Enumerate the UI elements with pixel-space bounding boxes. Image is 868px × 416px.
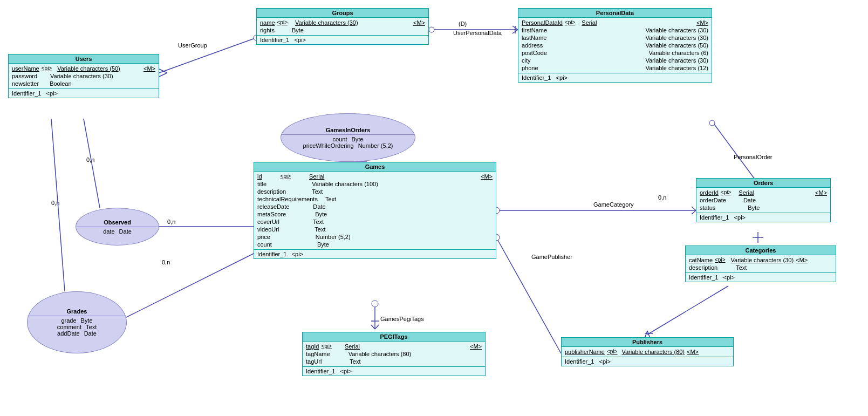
entity-publishers-body: publisherName <pi> Variable characters (… <box>562 347 733 357</box>
entity-grades-row-1: comment Text <box>57 324 97 330</box>
svg-line-6 <box>512 30 518 33</box>
svg-line-15 <box>692 207 696 210</box>
entity-groups-row-0: name <pi> Variable characters (30) <M> <box>260 19 425 26</box>
entity-games-row-4: releaseDate Date <box>257 203 493 210</box>
entity-games-row-9: count Byte <box>257 241 493 248</box>
entity-personaldata-row-2: lastName Variable characters (30) <box>522 34 708 42</box>
entity-publishers-row-0: publisherName <pi> Variable characters (… <box>565 348 730 356</box>
entity-orders: Orders orderId <pi> Serial <M> orderDate… <box>696 178 831 222</box>
svg-line-27 <box>124 254 254 318</box>
entity-users-row-0: userName <pi> Variable characters (50) <… <box>12 65 155 72</box>
svg-point-20 <box>372 301 378 307</box>
entity-users-row-2: newsletter Boolean <box>12 80 155 87</box>
entity-games-row-6: coverUrl Text <box>257 218 493 226</box>
svg-line-16 <box>692 210 696 214</box>
entity-categories-row-0: catName <pi> Variable characters (30) <M… <box>689 256 832 264</box>
entity-games-footer: Identifier_1 <pi> <box>254 249 496 258</box>
label-d: (D) <box>459 21 467 27</box>
label-gamecategory: GameCategory <box>593 201 634 208</box>
entity-personaldata-row-4: postCode Variable characters (6) <box>522 49 708 57</box>
entity-games-row-5: metaScore Byte <box>257 210 493 218</box>
entity-grades-title: Grades <box>28 308 126 316</box>
svg-line-2 <box>159 73 167 77</box>
entity-users-body: userName <pi> Variable characters (50) <… <box>9 64 159 88</box>
entity-categories-row-1: description Text <box>689 264 832 271</box>
entity-personaldata-body: PersonalDataId <pi> Serial <M> firstName… <box>518 18 712 73</box>
svg-line-5 <box>512 26 518 30</box>
svg-point-8 <box>429 27 434 32</box>
label-personalorder: PersonalOrder <box>734 154 773 160</box>
label-0n-grades2: 0,n <box>162 259 170 265</box>
entity-orders-row-1: orderDate Date <box>700 196 827 204</box>
entity-groups-row-1: rights Byte <box>260 26 425 34</box>
entity-observed: Observed date Date <box>76 208 159 245</box>
entity-observed-row-0: date Date <box>103 228 132 235</box>
entity-categories-footer: Identifier_1 <pi> <box>686 272 836 282</box>
entity-orders-row-0: orderId <pi> Serial <M> <box>700 189 827 196</box>
svg-line-21 <box>371 325 375 329</box>
label-gamepublisher: GamePublisher <box>531 254 572 260</box>
entity-games: Games id <pi> Serial <M> title Variable … <box>254 162 496 259</box>
entity-pegitags-title: PEGITags <box>303 332 485 342</box>
entity-personaldata-row-6: phone Variable characters (12) <box>522 64 708 72</box>
entity-users-title: Users <box>9 54 159 64</box>
entity-gamesinorders-row-1: priceWhileOrdering Number (5,2) <box>303 142 393 149</box>
svg-point-10 <box>709 120 715 126</box>
entity-games-row-0: id <pi> Serial <M> <box>257 173 493 180</box>
entity-personaldata: PersonalData PersonalDataId <pi> Serial … <box>518 8 712 83</box>
entity-pegitags: PEGITags tagId <pi> Serial <M> tagName V… <box>302 332 486 376</box>
entity-games-row-7: videoUrl Text <box>257 226 493 233</box>
entity-games-row-8: price Number (5,2) <box>257 233 493 241</box>
entity-games-row-3: technicalRequirements Text <box>257 195 493 203</box>
entity-personaldata-footer: Identifier_1 <pi> <box>518 73 712 82</box>
entity-orders-row-2: status Byte <box>700 204 827 212</box>
entity-games-title: Games <box>254 162 496 172</box>
label-userpersonaldata: UserPersonalData <box>453 30 502 36</box>
svg-line-1 <box>159 69 167 73</box>
entity-pegitags-row-2: tagUrl Text <box>306 358 482 365</box>
entity-publishers-footer: Identifier_1 <pi> <box>562 357 733 366</box>
entity-publishers: Publishers publisherName <pi> Variable c… <box>561 337 734 366</box>
entity-pegitags-row-1: tagName Variable characters (80) <box>306 350 482 358</box>
entity-categories: Categories catName <pi> Variable charact… <box>685 245 836 282</box>
entity-gamesinorders-row-0: count Byte <box>333 136 364 142</box>
entity-users-row-1: password Variable characters (30) <box>12 72 155 80</box>
entity-orders-footer: Identifier_1 <pi> <box>696 213 830 222</box>
entity-groups-title: Groups <box>257 9 428 18</box>
entity-grades-row-2: addDate Date <box>57 330 97 337</box>
entity-orders-body: orderId <pi> Serial <M> orderDate Date s… <box>696 188 830 213</box>
entity-personaldata-row-3: address Variable characters (50) <box>522 42 708 49</box>
svg-line-0 <box>159 38 256 73</box>
entity-personaldata-row-5: city Variable characters (30) <box>522 57 708 64</box>
entity-observed-title: Observed <box>76 219 159 227</box>
label-0n-gamecategory: 0,n <box>658 194 666 201</box>
entity-gamesinorders: GamesInOrders count Byte priceWhileOrder… <box>281 113 415 162</box>
entity-games-row-2: description Text <box>257 188 493 195</box>
entity-categories-body: catName <pi> Variable characters (30) <M… <box>686 255 836 272</box>
entity-personaldata-title: PersonalData <box>518 9 712 18</box>
entity-users: Users userName <pi> Variable characters … <box>8 54 159 98</box>
entity-categories-title: Categories <box>686 246 836 255</box>
entity-personaldata-row-1: firstName Variable characters (30) <box>522 26 708 34</box>
entity-games-row-1: title Variable characters (100) <box>257 180 493 188</box>
entity-users-footer: Identifier_1 <pi> <box>9 88 159 98</box>
svg-line-25 <box>51 119 65 291</box>
entity-games-body: id <pi> Serial <M> title Variable charac… <box>254 172 496 249</box>
label-0n-observed1: 0,n <box>86 156 94 163</box>
entity-personaldata-row-0: PersonalDataId <pi> Serial <M> <box>522 19 708 26</box>
entity-groups: Groups name <pi> Variable characters (30… <box>256 8 429 45</box>
entity-groups-body: name <pi> Variable characters (30) <M> r… <box>257 18 428 35</box>
entity-publishers-title: Publishers <box>562 338 733 347</box>
entity-pegitags-body: tagId <pi> Serial <M> tagName Variable c… <box>303 342 485 366</box>
label-usergroup: UserGroup <box>178 42 207 49</box>
svg-line-9 <box>712 121 758 183</box>
label-gamespegitags: GamesPegiTags <box>380 316 424 322</box>
svg-line-24 <box>84 119 100 208</box>
label-0n-observed2: 0,n <box>167 219 175 225</box>
entity-orders-title: Orders <box>696 179 830 188</box>
entity-pegitags-footer: Identifier_1 <pi> <box>303 366 485 376</box>
entity-pegitags-row-0: tagId <pi> Serial <M> <box>306 343 482 350</box>
er-diagram: UserGroup (D) UserPersonalData PersonalO… <box>0 0 868 416</box>
entity-grades: Grades grade Byte comment Text addDate D… <box>27 291 127 353</box>
svg-line-30 <box>647 286 728 335</box>
